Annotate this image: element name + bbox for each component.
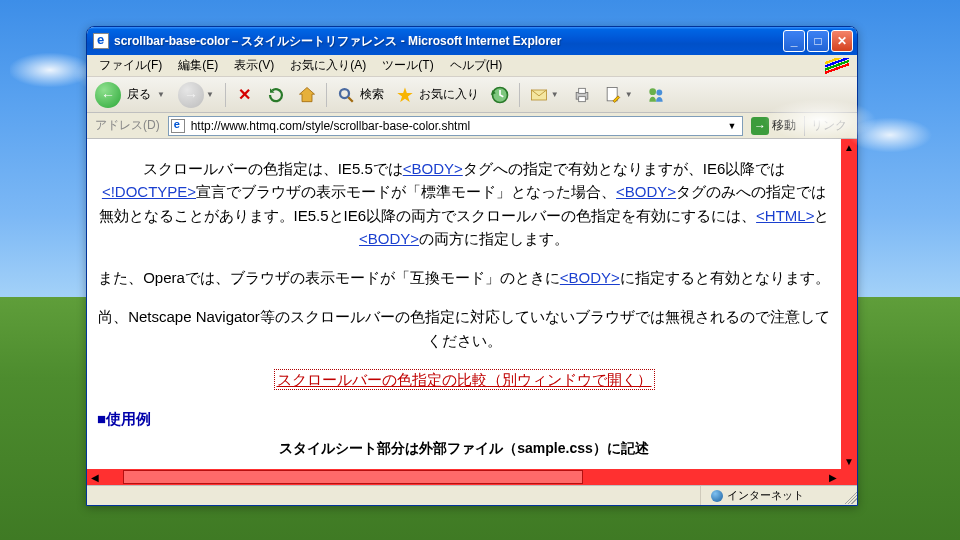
star-icon: ★: [395, 85, 415, 105]
scroll-right-arrow[interactable]: ▶: [825, 469, 841, 485]
vertical-scrollbar[interactable]: ▲ ▼: [841, 139, 857, 469]
svg-line-1: [348, 97, 353, 102]
separator: [326, 83, 327, 107]
svg-rect-6: [578, 96, 585, 101]
address-dropdown-icon[interactable]: ▼: [724, 121, 740, 131]
separator: [519, 83, 520, 107]
edit-button[interactable]: ▼: [599, 81, 639, 109]
svg-rect-5: [578, 88, 585, 93]
paragraph-2: また、Operaでは、ブラウザの表示モードが「互換モード」のときに<BODY>に…: [97, 266, 831, 289]
security-zone[interactable]: インターネット: [701, 488, 841, 503]
refresh-icon: [266, 85, 286, 105]
minimize-button[interactable]: _: [783, 30, 805, 52]
scroll-left-arrow[interactable]: ◀: [87, 469, 103, 485]
search-button[interactable]: 検索: [332, 81, 388, 109]
close-button[interactable]: ✕: [831, 30, 853, 52]
mail-icon: [529, 85, 549, 105]
link-body[interactable]: <BODY>: [403, 160, 463, 177]
print-button[interactable]: [568, 81, 596, 109]
compare-link-row: スクロールバーの色指定の比較（別ウィンドウで開く）: [97, 368, 831, 391]
svg-point-0: [340, 89, 349, 98]
home-icon: [297, 85, 317, 105]
chevron-down-icon[interactable]: ▼: [155, 90, 167, 99]
link-body[interactable]: <BODY>: [359, 230, 419, 247]
forward-button[interactable]: → ▼: [174, 81, 220, 109]
go-arrow-icon: →: [751, 117, 769, 135]
go-button[interactable]: → 移動: [747, 116, 800, 136]
ie-throbber-icon: [819, 55, 855, 77]
statusbar: インターネット: [87, 485, 857, 505]
url-input[interactable]: [189, 118, 720, 134]
menu-file[interactable]: ファイル(F): [91, 55, 170, 76]
separator: [225, 83, 226, 107]
stop-icon: ✕: [235, 85, 255, 105]
chevron-down-icon[interactable]: ▼: [204, 90, 216, 99]
paragraph-3: 尚、Netscape Navigator等のスクロールバーの色指定に対応していな…: [97, 305, 831, 352]
chevron-down-icon[interactable]: ▼: [623, 90, 635, 99]
usage-heading: ■使用例: [97, 407, 831, 430]
compare-link[interactable]: スクロールバーの色指定の比較（別ウィンドウで開く）: [274, 369, 655, 390]
horizontal-scrollbar[interactable]: ◀ ▶: [87, 469, 857, 485]
stop-button[interactable]: ✕: [231, 81, 259, 109]
menu-help[interactable]: ヘルプ(H): [442, 55, 511, 76]
menu-favorites[interactable]: お気に入り(A): [282, 55, 374, 76]
messenger-icon: [646, 85, 666, 105]
status-panel: [87, 486, 701, 505]
address-label: アドレス(D): [91, 117, 164, 134]
window-title: scrollbar-base-color－スタイルシートリファレンス - Mic…: [114, 33, 778, 50]
link-html[interactable]: <HTML>: [756, 207, 814, 224]
history-button[interactable]: [486, 81, 514, 109]
scroll-corner: [841, 469, 857, 485]
page-icon: [171, 119, 185, 133]
resize-grip[interactable]: [841, 488, 857, 504]
print-icon: [572, 85, 592, 105]
scroll-thumb[interactable]: [123, 470, 583, 484]
menu-edit[interactable]: 編集(E): [170, 55, 226, 76]
browser-window: scrollbar-base-color－スタイルシートリファレンス - Mic…: [86, 26, 858, 506]
home-button[interactable]: [293, 81, 321, 109]
maximize-button[interactable]: □: [807, 30, 829, 52]
scroll-track[interactable]: [103, 469, 825, 485]
address-bar: アドレス(D) ▼ → 移動 リンク: [87, 113, 857, 139]
paragraph-1: スクロールバーの色指定は、IE5.5では<BODY>タグへの指定で有効となります…: [97, 157, 831, 250]
scroll-up-arrow[interactable]: ▲: [841, 139, 857, 155]
titlebar[interactable]: scrollbar-base-color－スタイルシートリファレンス - Mic…: [87, 27, 857, 55]
back-button[interactable]: ← 戻る ▼: [91, 81, 171, 109]
page-body[interactable]: スクロールバーの色指定は、IE5.5では<BODY>タグへの指定で有効となります…: [87, 139, 841, 469]
refresh-button[interactable]: [262, 81, 290, 109]
address-field[interactable]: ▼: [168, 116, 743, 136]
menu-view[interactable]: 表示(V): [226, 55, 282, 76]
chevron-down-icon[interactable]: ▼: [549, 90, 561, 99]
svg-point-8: [649, 88, 656, 95]
toolbar: ← 戻る ▼ → ▼ ✕ 検索 ★ お気に入り ▼ ▼: [87, 77, 857, 113]
svg-point-9: [656, 89, 662, 95]
messenger-button[interactable]: [642, 81, 670, 109]
example-caption: スタイルシート部分は外部ファイル（sample.css）に記述: [97, 438, 831, 460]
favorites-button[interactable]: ★ お気に入り: [391, 81, 483, 109]
link-body[interactable]: <BODY>: [560, 269, 620, 286]
scroll-down-arrow[interactable]: ▼: [841, 453, 857, 469]
search-icon: [336, 85, 356, 105]
links-label[interactable]: リンク: [804, 116, 853, 136]
scroll-track[interactable]: [841, 155, 857, 453]
link-body[interactable]: <BODY>: [616, 183, 676, 200]
ie-icon: [93, 33, 109, 49]
globe-icon: [711, 490, 723, 502]
menubar: ファイル(F) 編集(E) 表示(V) お気に入り(A) ツール(T) ヘルプ(…: [87, 55, 857, 77]
edit-icon: [603, 85, 623, 105]
menu-tools[interactable]: ツール(T): [374, 55, 441, 76]
content-area: スクロールバーの色指定は、IE5.5では<BODY>タグへの指定で有効となります…: [87, 139, 857, 469]
history-icon: [490, 85, 510, 105]
mail-button[interactable]: ▼: [525, 81, 565, 109]
link-doctype[interactable]: <!DOCTYPE>: [102, 183, 196, 200]
